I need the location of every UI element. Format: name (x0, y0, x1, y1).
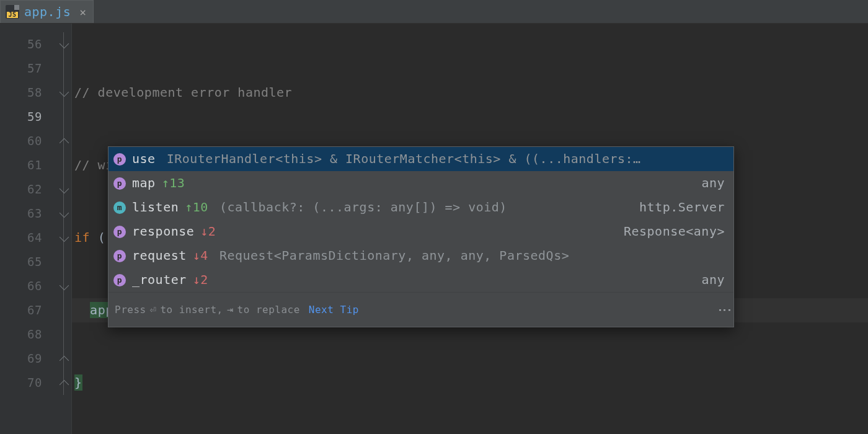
completion-type: IRouterHandler<this> & IRouterMatcher<th… (167, 147, 725, 171)
fold-marker-icon[interactable] (57, 347, 71, 371)
code-line: } (72, 371, 868, 395)
rank-indicator: ↑13 (162, 171, 185, 195)
property-icon: p (113, 153, 126, 166)
autocomplete-footer: Press⏎to insert,⇥to replaceNext Tip⋮ (108, 292, 733, 327)
hint-text: to insert, (160, 298, 223, 322)
completion-type: (callback?: (...args: any[]) => void) (219, 195, 633, 219)
line-number: 65 (0, 250, 42, 274)
fold-spacer (57, 298, 71, 322)
fold-marker-icon[interactable] (57, 32, 71, 56)
autocomplete-item[interactable]: mlisten↑10(callback?: (...args: any[]) =… (108, 195, 733, 219)
rank-indicator: ↓2 (193, 268, 208, 292)
rank-indicator: ↓4 (193, 244, 208, 268)
line-number: 70 (0, 371, 42, 395)
completion-name: response (132, 219, 194, 244)
line-number: 58 (0, 81, 42, 105)
completion-type: Request<ParamsDictionary, any, any, Pars… (219, 244, 725, 268)
property-icon: p (113, 250, 126, 262)
tab-bar: JS app.js × (0, 0, 868, 24)
completion-name: request (132, 244, 187, 268)
editor: 565758596061626364656667686970 // develo… (0, 24, 868, 434)
file-tab[interactable]: JS app.js × (0, 0, 94, 23)
line-number: 57 (0, 56, 42, 81)
enter-key-icon: ⏎ (150, 298, 157, 322)
completion-name: _router (132, 268, 187, 292)
fold-marker-icon[interactable] (57, 226, 71, 250)
line-number: 63 (0, 202, 42, 226)
completion-name: listen (132, 195, 179, 219)
return-type: any (701, 171, 725, 195)
return-type: http.Server (639, 195, 725, 219)
fold-marker-icon[interactable] (57, 202, 71, 226)
tab-filename: app.js (24, 4, 71, 19)
line-number: 64 (0, 226, 42, 250)
property-icon: p (113, 226, 126, 238)
fold-spacer (57, 153, 71, 177)
line-number: 68 (0, 322, 42, 347)
property-icon: p (113, 177, 126, 190)
autocomplete-item[interactable]: p_router↓2any (108, 268, 733, 292)
fold-column[interactable] (57, 24, 72, 434)
more-options-icon[interactable]: ⋮ (722, 303, 727, 317)
fold-spacer (57, 250, 71, 274)
code-area[interactable]: // development error handler // will pri… (72, 24, 868, 434)
close-icon[interactable]: × (79, 6, 86, 19)
return-type: any (701, 268, 725, 292)
fold-marker-icon[interactable] (57, 129, 71, 153)
line-number: 67 (0, 298, 42, 322)
rank-indicator: ↓2 (200, 219, 216, 244)
method-icon: m (113, 202, 126, 214)
fold-spacer (57, 322, 71, 347)
autocomplete-item[interactable]: puseIRouterHandler<this> & IRouterMatche… (108, 147, 733, 171)
next-tip-link[interactable]: Next Tip (309, 298, 359, 322)
autocomplete-item[interactable]: prequest↓4Request<ParamsDictionary, any,… (108, 244, 733, 268)
line-number-gutter: 565758596061626364656667686970 (0, 24, 57, 434)
line-number: 66 (0, 274, 42, 298)
fold-marker-icon[interactable] (57, 81, 71, 105)
fold-spacer (57, 56, 71, 81)
return-type: Response<any> (624, 219, 725, 244)
fold-marker-icon[interactable] (57, 177, 71, 202)
fold-marker-icon[interactable] (57, 371, 71, 395)
hint-text: to replace (237, 298, 300, 322)
fold-marker-icon[interactable] (57, 274, 71, 298)
line-number: 56 (0, 32, 42, 56)
autocomplete-item[interactable]: pmap↑13any (108, 171, 733, 195)
hint-text: Press (115, 298, 146, 322)
property-icon: p (113, 274, 126, 286)
rank-indicator: ↑10 (185, 195, 208, 219)
code-line: // development error handler (72, 81, 868, 105)
line-number: 59 (0, 105, 42, 129)
completion-name: map (132, 171, 156, 195)
completion-name: use (132, 147, 156, 171)
autocomplete-popup: puseIRouterHandler<this> & IRouterMatche… (108, 146, 734, 327)
line-number: 69 (0, 347, 42, 371)
fold-spacer (57, 105, 71, 129)
tab-key-icon: ⇥ (227, 298, 234, 322)
line-number: 61 (0, 153, 42, 177)
js-file-icon: JS (6, 5, 19, 19)
line-number: 62 (0, 177, 42, 202)
autocomplete-item[interactable]: presponse↓2Response<any> (108, 219, 733, 244)
line-number: 60 (0, 129, 42, 153)
